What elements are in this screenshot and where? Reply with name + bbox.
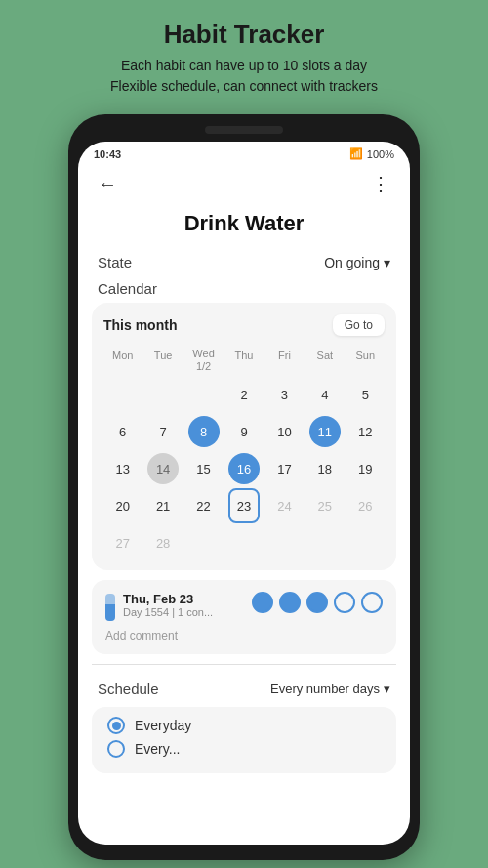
cal-cell-10[interactable]: 10 [265, 414, 304, 449]
state-chevron-icon: ▾ [384, 255, 390, 270]
cal-cell-8[interactable]: 8 [184, 414, 223, 449]
day-detail-left: Thu, Feb 23 Day 1554 | 1 con... [105, 592, 213, 621]
cal-cell-23[interactable]: 23 [224, 488, 263, 523]
dot-row [252, 592, 383, 613]
schedule-value: Every number days [270, 682, 380, 696]
cal-empty-r5-5 [346, 525, 385, 560]
radio-every-n-label: Every... [135, 741, 180, 757]
dot-5[interactable] [361, 592, 383, 613]
dot-3[interactable] [306, 592, 328, 613]
radio-everyday-label: Everyday [135, 718, 191, 733]
cal-cell-7[interactable]: 7 [143, 414, 182, 449]
cal-cell-9[interactable]: 9 [224, 414, 263, 449]
schedule-option-every-n[interactable]: Every... [107, 740, 381, 758]
cal-cell-22[interactable]: 22 [184, 488, 223, 523]
calendar-label: Calendar [78, 278, 410, 303]
cal-header-sun: Sun [346, 346, 385, 375]
cal-cell-12[interactable]: 12 [346, 414, 385, 449]
cal-cell-3[interactable]: 3 [265, 377, 304, 412]
radio-everyday[interactable] [107, 717, 125, 734]
cal-cell-16[interactable]: 16 [224, 451, 263, 486]
cal-cell-28[interactable]: 28 [143, 525, 182, 560]
schedule-chevron-icon: ▾ [384, 682, 390, 696]
dot-1[interactable] [252, 592, 273, 613]
radio-every-n[interactable] [107, 740, 125, 758]
day-detail: Thu, Feb 23 Day 1554 | 1 con... Add comm… [92, 580, 396, 654]
cal-empty-r5-1 [184, 525, 223, 560]
cal-cell-6[interactable]: 6 [103, 414, 142, 449]
cal-cell-15[interactable]: 15 [184, 451, 223, 486]
day-detail-info: Thu, Feb 23 Day 1554 | 1 con... [123, 592, 213, 618]
state-label: State [98, 254, 132, 270]
cal-empty-r5-2 [224, 525, 263, 560]
back-button[interactable]: ← [94, 169, 121, 199]
phone-notch [205, 126, 283, 134]
cal-header-thu: Thu [224, 346, 263, 375]
cal-cell-4[interactable]: 4 [305, 377, 344, 412]
schedule-dropdown[interactable]: Every number days ▾ [270, 682, 390, 696]
day-detail-sub: Day 1554 | 1 con... [123, 606, 213, 618]
state-value: On going [324, 255, 380, 270]
dot-2[interactable] [279, 592, 301, 613]
cal-cell-18[interactable]: 18 [305, 451, 344, 486]
screen-title: Drink Water [78, 207, 410, 250]
cal-cell-empty2 [143, 377, 182, 412]
status-right: 📶 100% [349, 147, 394, 160]
schedule-row: Schedule Every number days ▾ [78, 675, 410, 703]
state-row: State On going ▾ [78, 250, 410, 274]
cal-header-wed: Wed1/2 [184, 346, 223, 375]
cal-cell-empty3 [184, 377, 223, 412]
phone-frame: 10:43 📶 100% ← ⋮ Drink Water State On go… [68, 114, 420, 860]
status-time: 10:43 [94, 148, 121, 160]
page-subtitle: Each habit can have up to 10 slots a day… [110, 56, 378, 97]
cal-cell-5[interactable]: 5 [346, 377, 385, 412]
month-label: This month [103, 317, 177, 333]
day-detail-header: Thu, Feb 23 Day 1554 | 1 con... [105, 592, 383, 621]
calendar-grid: Mon Tue Wed1/2 Thu Fri Sat Sun 2 3 4 5 6… [103, 346, 385, 560]
cal-header-mon: Mon [103, 346, 142, 375]
cal-header-tue: Tue [143, 346, 182, 375]
cal-cell-19[interactable]: 19 [346, 451, 385, 486]
add-comment-button[interactable]: Add comment [105, 629, 383, 642]
cal-cell-2[interactable]: 2 [224, 377, 263, 412]
schedule-label: Schedule [98, 681, 159, 697]
signal-icon: 📶 [349, 147, 363, 160]
state-badge[interactable]: On going ▾ [324, 255, 390, 270]
calendar-header: This month Go to [103, 314, 385, 336]
page-title: Habit Tracker [164, 20, 325, 50]
cal-cell-14[interactable]: 14 [143, 451, 182, 486]
cal-cell-21[interactable]: 21 [143, 488, 182, 523]
more-button[interactable]: ⋮ [367, 168, 394, 199]
cal-cell-empty1 [103, 377, 142, 412]
cal-cell-13[interactable]: 13 [103, 451, 142, 486]
cal-empty-r5-3 [265, 525, 304, 560]
goto-button[interactable]: Go to [333, 314, 385, 336]
schedule-option-everyday[interactable]: Everyday [107, 717, 381, 734]
calendar-card: This month Go to Mon Tue Wed1/2 Thu Fri … [92, 303, 396, 570]
day-detail-date: Thu, Feb 23 [123, 592, 213, 606]
cal-cell-24[interactable]: 24 [265, 488, 304, 523]
cal-cell-25[interactable]: 25 [305, 488, 344, 523]
schedule-options: Everyday Every... [92, 707, 396, 773]
cal-header-sat: Sat [305, 346, 344, 375]
battery-label: 100% [367, 148, 394, 160]
cal-cell-27[interactable]: 27 [103, 525, 142, 560]
cal-cell-11[interactable]: 11 [305, 414, 344, 449]
cal-header-fri: Fri [265, 346, 304, 375]
cal-empty-r5-4 [305, 525, 344, 560]
dot-4[interactable] [334, 592, 355, 613]
cal-cell-26[interactable]: 26 [346, 488, 385, 523]
cal-cell-20[interactable]: 20 [103, 488, 142, 523]
status-bar: 10:43 📶 100% [78, 142, 410, 164]
top-bar: ← ⋮ [78, 164, 410, 207]
cal-cell-17[interactable]: 17 [265, 451, 304, 486]
water-level-icon [105, 594, 115, 621]
phone-screen: 10:43 📶 100% ← ⋮ Drink Water State On go… [78, 142, 410, 845]
section-divider [92, 664, 396, 665]
